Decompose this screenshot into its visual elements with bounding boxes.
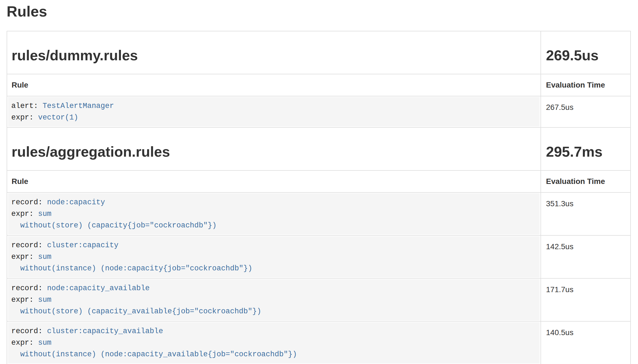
rule-group-time-cell: 269.5us — [541, 31, 631, 74]
rule-evaluation-time: 267.5us — [541, 96, 631, 127]
rule-cell: alert: TestAlertManager expr: vector(1) — [7, 96, 541, 127]
rule-keyword: expr: — [11, 113, 38, 122]
rules-table: rules/dummy.rules 269.5us Rule Evaluatio… — [7, 31, 631, 364]
rule-group-header-row: rules/dummy.rules 269.5us — [7, 31, 631, 74]
rule-evaluation-time: 140.5us — [541, 321, 631, 364]
column-header-row: Rule Evaluation Time — [7, 74, 631, 96]
rule-cell: record: cluster:capacity expr: sum witho… — [7, 235, 541, 278]
rule-definition: record: cluster:capacity_available expr:… — [8, 322, 540, 363]
rule-definition: record: node:capacity_available expr: su… — [8, 279, 540, 320]
rule-keyword: record: — [11, 198, 47, 207]
rule-evaluation-time: 142.5us — [541, 235, 631, 278]
evaluation-time-column-header: Evaluation Time — [541, 74, 631, 96]
rule-row: alert: TestAlertManager expr: vector(1) … — [7, 96, 631, 127]
rule-group-header-row: rules/aggregation.rules 295.7ms — [7, 127, 631, 170]
rule-group-name-cell: rules/dummy.rules — [7, 31, 541, 74]
rule-column-header: Rule — [7, 74, 541, 96]
rule-definition: record: node:capacity expr: sum without(… — [8, 193, 540, 235]
rule-keyword: expr: — [11, 339, 38, 347]
rule-expr-link[interactable]: cluster:capacity — [47, 241, 118, 249]
rule-keyword — [11, 307, 20, 316]
rule-expr-link[interactable]: without(instance) (node:capacity_availab… — [20, 350, 297, 358]
rule-keyword: record: — [11, 327, 47, 335]
rule-keyword: expr: — [11, 253, 38, 261]
column-header-row: Rule Evaluation Time — [7, 170, 631, 192]
rule-expr-link[interactable]: sum — [38, 296, 52, 304]
rule-keyword: alert: — [11, 102, 42, 110]
rule-keyword — [11, 350, 20, 358]
rule-expr-link[interactable]: node:capacity — [47, 198, 105, 207]
page-title: Rules — [7, 3, 631, 19]
rule-expr-link[interactable]: sum — [38, 339, 52, 347]
rule-keyword — [11, 264, 20, 273]
rule-expr-link[interactable]: without(instance) (node:capacity{job="co… — [20, 264, 252, 273]
rule-column-header: Rule — [7, 170, 541, 192]
rule-definition: record: cluster:capacity expr: sum witho… — [8, 236, 540, 278]
rules-page: Rules rules/dummy.rules 269.5us Rule Eva… — [0, 0, 638, 364]
rule-group-total-eval-time: 295.7ms — [546, 144, 626, 160]
rule-expr-link[interactable]: sum — [38, 253, 52, 261]
rule-expr-link[interactable]: TestAlertManager — [42, 102, 114, 110]
rule-group-name: rules/dummy.rules — [12, 47, 536, 63]
rule-expr-link[interactable]: cluster:capacity_available — [47, 327, 163, 335]
rule-keyword: record: — [11, 241, 47, 249]
rule-keyword: expr: — [11, 210, 38, 218]
rule-row: record: node:capacity expr: sum without(… — [7, 192, 631, 235]
rule-keyword: record: — [11, 284, 47, 292]
rule-evaluation-time: 351.3us — [541, 192, 631, 235]
rule-expr-link[interactable]: sum — [38, 210, 52, 218]
rule-group-name-cell: rules/aggregation.rules — [7, 127, 541, 170]
rule-keyword — [11, 221, 20, 230]
rule-group-name: rules/aggregation.rules — [12, 144, 536, 160]
rule-cell: record: cluster:capacity_available expr:… — [7, 321, 541, 364]
rule-group-total-eval-time: 269.5us — [546, 47, 626, 63]
rule-row: record: cluster:capacity_available expr:… — [7, 321, 631, 364]
rule-group-time-cell: 295.7ms — [541, 127, 631, 170]
evaluation-time-column-header: Evaluation Time — [541, 170, 631, 192]
rule-keyword: expr: — [11, 296, 38, 304]
rule-expr-link[interactable]: node:capacity_available — [47, 284, 150, 292]
rule-definition: alert: TestAlertManager expr: vector(1) — [8, 97, 540, 127]
rule-evaluation-time: 171.7us — [541, 278, 631, 321]
rule-expr-link[interactable]: vector(1) — [38, 113, 78, 122]
rule-cell: record: node:capacity expr: sum without(… — [7, 192, 541, 235]
rule-row: record: node:capacity_available expr: su… — [7, 278, 631, 321]
rule-cell: record: node:capacity_available expr: su… — [7, 278, 541, 321]
rule-expr-link[interactable]: without(store) (capacity{job="cockroachd… — [20, 221, 217, 230]
rule-row: record: cluster:capacity expr: sum witho… — [7, 235, 631, 278]
rule-expr-link[interactable]: without(store) (capacity_available{job="… — [20, 307, 261, 316]
